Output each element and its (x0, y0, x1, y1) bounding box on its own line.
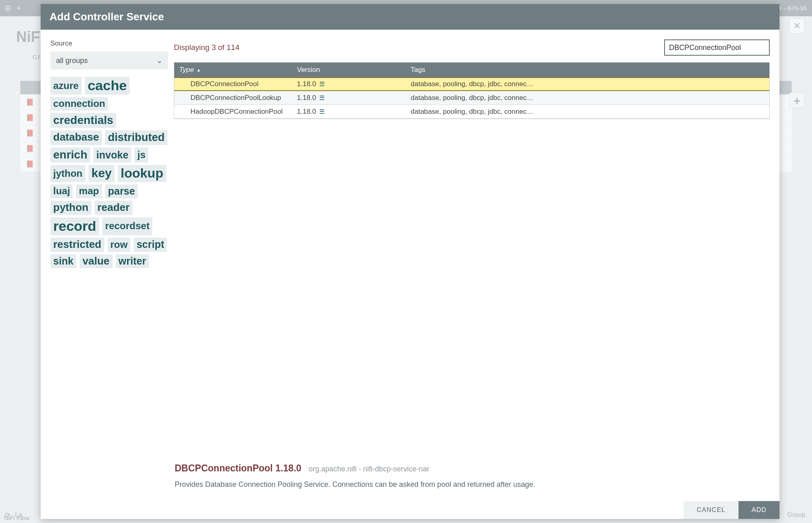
tag-invoke[interactable]: invoke (93, 148, 131, 163)
add-controller-service-dialog: Add Controller Service Source all groups… (41, 4, 780, 519)
tag-python[interactable]: python (50, 201, 91, 215)
dialog-footer: CANCEL ADD (41, 501, 780, 519)
detail-bundle: org.apache.nifi - nifi-dbcp-service-nar (309, 465, 429, 473)
chevron-down-icon: ⌄ (156, 56, 162, 65)
list-icon: ☰ (319, 80, 325, 88)
tag-writer[interactable]: writer (116, 254, 149, 269)
source-pane: Source all groups ⌄ azurecacheconnection… (50, 39, 168, 497)
cell-version: 1.18.0☰ (292, 108, 406, 116)
tag-row[interactable]: row (108, 238, 131, 252)
selection-detail: DBCPConnectionPool 1.18.0 org.apache.nif… (174, 461, 770, 497)
cell-tags: database, pooling, dbcp, jdbc, connec… (406, 94, 769, 102)
tag-value[interactable]: value (80, 254, 113, 269)
tag-recordset[interactable]: recordset (102, 217, 152, 235)
source-select-value: all groups (56, 56, 88, 65)
tag-connection[interactable]: connection (50, 97, 108, 111)
list-icon: ☰ (319, 108, 325, 115)
filter-input[interactable] (664, 39, 770, 56)
cell-type: DBCPConnectionPoolLookup (174, 94, 292, 102)
tag-luaj[interactable]: luaj (50, 184, 73, 198)
result-count: Displaying 3 of 114 (174, 43, 240, 52)
tag-database[interactable]: database (50, 130, 102, 145)
cell-type: DBCPConnectionPool (174, 80, 292, 88)
tag-key[interactable]: key (89, 165, 115, 182)
detail-name: DBCPConnectionPool 1.18.0 (175, 463, 301, 474)
cell-version: 1.18.0☰ (292, 80, 406, 88)
tag-reader[interactable]: reader (95, 201, 133, 215)
tag-jython[interactable]: jython (50, 165, 85, 182)
cell-tags: database, pooling, dbcp, jdbc, connec… (406, 108, 769, 116)
tag-script[interactable]: script (134, 238, 167, 252)
sort-asc-icon: ▲ (197, 67, 201, 72)
table-row[interactable]: DBCPConnectionPoolLookup1.18.0☰database,… (174, 91, 769, 105)
source-select[interactable]: all groups ⌄ (50, 52, 168, 69)
add-button[interactable]: ADD (738, 501, 780, 519)
tag-record[interactable]: record (50, 217, 99, 235)
tag-parse[interactable]: parse (105, 184, 138, 198)
cell-type: HadoopDBCPConnectionPool (174, 108, 292, 116)
source-label: Source (50, 39, 168, 48)
service-table: Type ▲ Version Tags DBCPConnectionPool1.… (174, 62, 770, 119)
tag-enrich[interactable]: enrich (50, 148, 90, 163)
table-row[interactable]: HadoopDBCPConnectionPool1.18.0☰database,… (174, 105, 769, 119)
tag-restricted[interactable]: restricted (50, 238, 104, 252)
tag-distributed[interactable]: distributed (105, 130, 168, 145)
detail-description: Provides Database Connection Pooling Ser… (175, 480, 769, 490)
cancel-button[interactable]: CANCEL (684, 501, 738, 519)
tag-credentials[interactable]: credentials (50, 113, 116, 128)
col-tags[interactable]: Tags (406, 66, 769, 74)
col-type[interactable]: Type ▲ (174, 66, 292, 74)
tag-lookup[interactable]: lookup (118, 165, 166, 182)
dialog-title: Add Controller Service (41, 4, 780, 30)
col-version[interactable]: Version (292, 66, 406, 74)
tag-sink[interactable]: sink (50, 254, 76, 269)
tag-map[interactable]: map (76, 184, 102, 198)
list-icon: ☰ (319, 94, 325, 102)
tag-js[interactable]: js (134, 148, 148, 163)
cell-tags: database, pooling, dbcp, jdbc, connec… (406, 80, 769, 88)
tag-cache[interactable]: cache (85, 77, 130, 95)
cell-version: 1.18.0☰ (292, 94, 406, 102)
tag-azure[interactable]: azure (50, 77, 82, 95)
table-header: Type ▲ Version Tags (174, 63, 769, 77)
table-row[interactable]: DBCPConnectionPool1.18.0☰database, pooli… (174, 77, 769, 91)
tag-cloud: azurecacheconnectioncredentialsdatabased… (50, 77, 168, 268)
